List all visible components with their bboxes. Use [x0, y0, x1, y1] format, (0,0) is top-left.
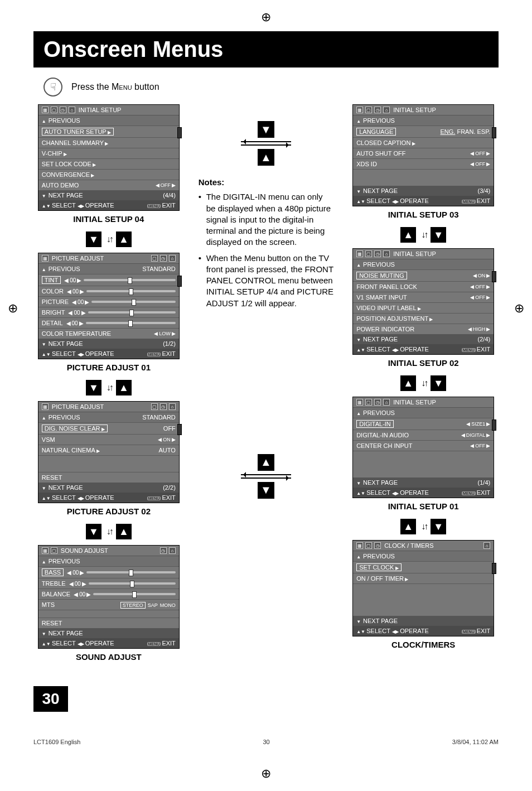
lang-opt: FRAN. — [457, 128, 475, 135]
osd-caption: SOUND ADJUST — [33, 652, 184, 662]
page-indicator: (4/4) — [163, 192, 176, 199]
next-page-row: NEXT PAGE — [42, 340, 83, 347]
foot-operate: OPERATE — [78, 640, 114, 647]
osd-initial-setup-03: ▦▢◷⌂ INITIAL SETUP PREVIOUS LANGUAGEENG.… — [352, 104, 494, 206]
tab-icon: ▦ — [42, 107, 49, 113]
up-arrow-icon: ↑ — [109, 234, 114, 244]
menu-item: V1 SMART INPUT — [356, 294, 407, 301]
slider-bar-icon — [91, 301, 176, 303]
foot-operate: OPERATE — [392, 197, 429, 204]
page-indicator: (3/4) — [478, 187, 491, 194]
next-page-row: NEXT PAGE — [356, 479, 398, 486]
menu-value: OFF — [470, 295, 490, 300]
slider-value: 00 — [66, 320, 84, 326]
slider-value: 00 — [64, 277, 81, 283]
menu-item: POWER INDICATOR — [356, 326, 414, 332]
slider-bar-icon — [86, 290, 176, 292]
menu-item: TREBLE — [42, 580, 66, 587]
page-indicator: (1/2) — [163, 340, 176, 347]
foot-operate: OPERATE — [78, 494, 114, 501]
tab-icon: ▢ — [51, 547, 57, 554]
next-page-row: NEXT PAGE — [42, 484, 83, 491]
menu-value: LOW — [154, 331, 176, 336]
left-arrow-icon — [241, 141, 291, 142]
menu-chip-icon: MENU — [462, 491, 476, 495]
slider-value: 00 — [67, 288, 84, 295]
up-button-icon: ▲ — [116, 524, 132, 539]
menu-item: V-CHIP — [42, 150, 67, 157]
foot-exit: EXIT — [162, 350, 175, 357]
menu-item: COLOR TEMPERATURE — [42, 330, 111, 337]
mts-option: MONO — [160, 602, 176, 608]
osd-initial-setup-02: ▦▢◷⌂ INITIAL SETUP PREVIOUS NOISE MUTING… — [352, 248, 494, 355]
osd-caption: CLOCK/TIMERS — [348, 640, 499, 649]
tab-icon: ▢ — [151, 403, 158, 410]
scroll-knob-icon — [492, 127, 496, 138]
horizontal-nav: ▼ ▲ — [199, 121, 334, 166]
foot-select: SELECT — [42, 350, 76, 357]
osd-title: SOUND ADJUST — [61, 547, 108, 554]
scroll-knob-icon — [492, 563, 496, 574]
slider-value: 00 — [68, 310, 85, 316]
nav-arrows: ▲ ↓↑ ▼ — [348, 227, 499, 243]
note-item: The DIGITAL-IN menu can only be displaye… — [199, 191, 334, 248]
up-button-icon: ▲ — [400, 375, 416, 391]
nav-arrows: ▲ ↓↑ ▼ — [348, 519, 499, 534]
instruction-text: Press the Menu button — [71, 82, 159, 92]
footer-center: 30 — [263, 739, 269, 745]
up-arrow-icon: ↑ — [109, 383, 114, 393]
foot-exit: EXIT — [162, 202, 175, 209]
menu-value: OFF — [163, 425, 176, 432]
tab-icon: ▦ — [356, 542, 363, 549]
slider-bar-icon — [89, 582, 176, 585]
previous-row: PREVIOUS — [356, 117, 395, 124]
tab-icon: ▦ — [356, 107, 363, 113]
right-arrow-icon — [241, 144, 291, 146]
menu-item: DIG. NOISE CLEAR — [42, 425, 108, 432]
tab-icon: ⌂ — [69, 107, 75, 113]
previous-row: PREVIOUS — [356, 261, 395, 268]
preset-label: STANDARD — [142, 414, 176, 421]
preset-label: STANDARD — [142, 266, 176, 272]
tab-icon: ▦ — [42, 547, 49, 554]
next-page-row: NEXT PAGE — [42, 192, 83, 199]
previous-row: PREVIOUS — [42, 266, 80, 272]
tab-icon: ◷ — [374, 399, 381, 406]
osd-title: INITIAL SETUP — [393, 250, 436, 257]
osd-title: INITIAL SETUP — [79, 107, 122, 113]
slider-value: 00 — [69, 581, 86, 587]
menu-item: CONVERGENCE — [42, 171, 94, 178]
menu-item: COLOR — [42, 288, 64, 295]
osd-title: PICTURE ADJUST — [52, 255, 104, 262]
up-button-icon: ▲ — [258, 454, 274, 471]
tab-icon: ◷ — [374, 542, 381, 549]
foot-select: SELECT — [356, 197, 390, 204]
right-arrow-icon — [241, 478, 291, 479]
foot-operate: OPERATE — [78, 202, 114, 209]
scroll-knob-icon — [177, 424, 182, 435]
down-button-icon: ▼ — [86, 231, 101, 247]
menu-value: OFF — [470, 284, 490, 290]
menu-item: PICTURE — [42, 298, 69, 305]
menu-item: AUTO DEMO — [42, 182, 79, 189]
nav-arrows: ▼ ↓↑ ▲ — [33, 524, 184, 539]
mts-option: SAP — [148, 602, 158, 608]
foot-select: SELECT — [356, 628, 390, 634]
tab-icon: ▦ — [42, 255, 49, 262]
osd-picture-adjust-01: ▦ PICTURE ADJUST ▢◷⌂ PREVIOUSSTANDARD TI… — [38, 253, 180, 359]
menu-chip-icon: MENU — [462, 348, 476, 352]
up-button-icon: ▲ — [258, 149, 274, 166]
tab-icon: ◷ — [374, 107, 381, 113]
osd-sound-adjust: ▦▢ SOUND ADJUST ◷⌂ PREVIOUS BASS00 TREBL… — [38, 545, 180, 649]
scroll-knob-icon — [177, 276, 182, 287]
next-page-row: NEXT PAGE — [356, 187, 398, 194]
tab-icon: ⌂ — [383, 250, 390, 257]
menu-value: SIZE1 — [466, 421, 490, 427]
osd-caption: INITIAL SETUP 04 — [33, 214, 184, 224]
tab-icon: ▦ — [42, 403, 49, 410]
tab-icon: ▢ — [365, 399, 372, 406]
slider-bar-icon — [86, 571, 176, 573]
tab-icon: ▦ — [356, 250, 363, 257]
menu-item: TINT — [42, 276, 61, 284]
down-button-icon: ▼ — [431, 375, 446, 391]
